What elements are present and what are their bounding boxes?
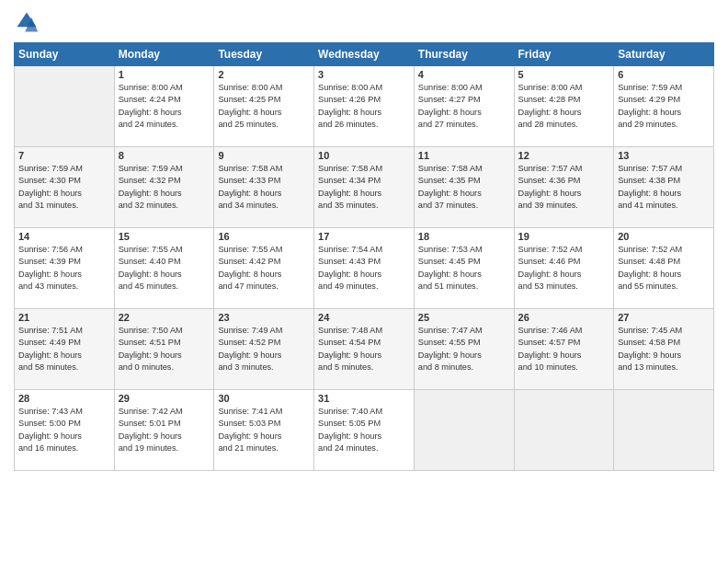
calendar-cell: 5Sunrise: 8:00 AMSunset: 4:28 PMDaylight… bbox=[514, 66, 614, 147]
day-number: 14 bbox=[18, 231, 110, 242]
calendar-week-row: 7Sunrise: 7:59 AMSunset: 4:30 PMDaylight… bbox=[15, 147, 714, 228]
header bbox=[14, 9, 714, 35]
calendar-cell: 3Sunrise: 8:00 AMSunset: 4:26 PMDaylight… bbox=[314, 66, 415, 147]
calendar-cell: 9Sunrise: 7:58 AMSunset: 4:33 PMDaylight… bbox=[214, 147, 314, 228]
weekday-header: Wednesday bbox=[314, 43, 415, 66]
cell-content: Sunrise: 7:58 AMSunset: 4:34 PMDaylight:… bbox=[318, 163, 410, 212]
cell-content: Sunrise: 7:51 AMSunset: 4:49 PMDaylight:… bbox=[18, 325, 110, 373]
calendar-cell: 25Sunrise: 7:47 AMSunset: 4:55 PMDayligh… bbox=[414, 309, 514, 390]
day-number: 8 bbox=[119, 150, 210, 161]
day-number: 11 bbox=[418, 150, 510, 161]
day-number: 22 bbox=[119, 312, 210, 323]
weekday-header: Friday bbox=[514, 43, 614, 66]
cell-content: Sunrise: 7:47 AMSunset: 4:55 PMDaylight:… bbox=[418, 325, 510, 373]
day-number: 28 bbox=[18, 393, 110, 404]
weekday-header-row: SundayMondayTuesdayWednesdayThursdayFrid… bbox=[15, 43, 714, 66]
calendar-cell bbox=[614, 390, 714, 471]
logo-icon bbox=[14, 9, 40, 35]
calendar-cell: 27Sunrise: 7:45 AMSunset: 4:58 PMDayligh… bbox=[614, 309, 714, 390]
calendar-cell: 10Sunrise: 7:58 AMSunset: 4:34 PMDayligh… bbox=[314, 147, 415, 228]
day-number: 6 bbox=[618, 69, 710, 80]
cell-content: Sunrise: 8:00 AMSunset: 4:24 PMDaylight:… bbox=[119, 82, 210, 131]
cell-content: Sunrise: 7:42 AMSunset: 5:01 PMDaylight:… bbox=[119, 406, 210, 454]
cell-content: Sunrise: 7:59 AMSunset: 4:32 PMDaylight:… bbox=[119, 163, 210, 212]
calendar-cell: 30Sunrise: 7:41 AMSunset: 5:03 PMDayligh… bbox=[214, 390, 314, 471]
calendar-cell: 4Sunrise: 8:00 AMSunset: 4:27 PMDaylight… bbox=[414, 66, 514, 147]
day-number: 4 bbox=[418, 69, 510, 80]
calendar-cell: 21Sunrise: 7:51 AMSunset: 4:49 PMDayligh… bbox=[15, 309, 115, 390]
calendar-cell: 18Sunrise: 7:53 AMSunset: 4:45 PMDayligh… bbox=[414, 228, 514, 309]
calendar-cell: 20Sunrise: 7:52 AMSunset: 4:48 PMDayligh… bbox=[614, 228, 714, 309]
cell-content: Sunrise: 7:58 AMSunset: 4:35 PMDaylight:… bbox=[418, 163, 510, 212]
main-container: SundayMondayTuesdayWednesdayThursdayFrid… bbox=[0, 0, 728, 563]
weekday-header: Thursday bbox=[414, 43, 514, 66]
cell-content: Sunrise: 7:46 AMSunset: 4:57 PMDaylight:… bbox=[518, 325, 610, 373]
calendar-week-row: 14Sunrise: 7:56 AMSunset: 4:39 PMDayligh… bbox=[15, 228, 714, 309]
cell-content: Sunrise: 7:52 AMSunset: 4:48 PMDaylight:… bbox=[618, 244, 710, 293]
calendar-cell: 28Sunrise: 7:43 AMSunset: 5:00 PMDayligh… bbox=[15, 390, 115, 471]
calendar-cell: 26Sunrise: 7:46 AMSunset: 4:57 PMDayligh… bbox=[514, 309, 614, 390]
calendar-cell: 24Sunrise: 7:48 AMSunset: 4:54 PMDayligh… bbox=[314, 309, 415, 390]
calendar-week-row: 1Sunrise: 8:00 AMSunset: 4:24 PMDaylight… bbox=[15, 66, 714, 147]
calendar-cell: 13Sunrise: 7:57 AMSunset: 4:38 PMDayligh… bbox=[614, 147, 714, 228]
calendar-cell: 17Sunrise: 7:54 AMSunset: 4:43 PMDayligh… bbox=[314, 228, 415, 309]
weekday-header: Tuesday bbox=[214, 43, 314, 66]
cell-content: Sunrise: 7:45 AMSunset: 4:58 PMDaylight:… bbox=[618, 325, 710, 373]
calendar-cell bbox=[514, 390, 614, 471]
day-number: 18 bbox=[418, 231, 510, 242]
calendar-table: SundayMondayTuesdayWednesdayThursdayFrid… bbox=[14, 42, 714, 471]
weekday-header: Sunday bbox=[15, 43, 115, 66]
calendar-cell: 15Sunrise: 7:55 AMSunset: 4:40 PMDayligh… bbox=[114, 228, 214, 309]
day-number: 17 bbox=[318, 231, 410, 242]
cell-content: Sunrise: 7:41 AMSunset: 5:03 PMDaylight:… bbox=[218, 406, 310, 454]
calendar-cell: 14Sunrise: 7:56 AMSunset: 4:39 PMDayligh… bbox=[15, 228, 115, 309]
day-number: 10 bbox=[318, 150, 410, 161]
cell-content: Sunrise: 8:00 AMSunset: 4:26 PMDaylight:… bbox=[318, 82, 410, 131]
cell-content: Sunrise: 7:57 AMSunset: 4:36 PMDaylight:… bbox=[518, 163, 610, 212]
cell-content: Sunrise: 8:00 AMSunset: 4:25 PMDaylight:… bbox=[218, 82, 310, 131]
cell-content: Sunrise: 7:55 AMSunset: 4:40 PMDaylight:… bbox=[119, 244, 210, 293]
cell-content: Sunrise: 7:55 AMSunset: 4:42 PMDaylight:… bbox=[218, 244, 310, 293]
cell-content: Sunrise: 7:50 AMSunset: 4:51 PMDaylight:… bbox=[119, 325, 210, 373]
cell-content: Sunrise: 7:57 AMSunset: 4:38 PMDaylight:… bbox=[618, 163, 710, 212]
cell-content: Sunrise: 7:49 AMSunset: 4:52 PMDaylight:… bbox=[218, 325, 310, 373]
day-number: 5 bbox=[518, 69, 610, 80]
calendar-cell: 6Sunrise: 7:59 AMSunset: 4:29 PMDaylight… bbox=[614, 66, 714, 147]
calendar-cell: 2Sunrise: 8:00 AMSunset: 4:25 PMDaylight… bbox=[214, 66, 314, 147]
day-number: 2 bbox=[218, 69, 310, 80]
cell-content: Sunrise: 7:58 AMSunset: 4:33 PMDaylight:… bbox=[218, 163, 310, 212]
calendar-cell: 12Sunrise: 7:57 AMSunset: 4:36 PMDayligh… bbox=[514, 147, 614, 228]
day-number: 13 bbox=[618, 150, 710, 161]
calendar-week-row: 21Sunrise: 7:51 AMSunset: 4:49 PMDayligh… bbox=[15, 309, 714, 390]
calendar-cell: 22Sunrise: 7:50 AMSunset: 4:51 PMDayligh… bbox=[114, 309, 214, 390]
cell-content: Sunrise: 7:48 AMSunset: 4:54 PMDaylight:… bbox=[318, 325, 410, 373]
calendar-cell: 31Sunrise: 7:40 AMSunset: 5:05 PMDayligh… bbox=[314, 390, 415, 471]
cell-content: Sunrise: 7:43 AMSunset: 5:00 PMDaylight:… bbox=[18, 406, 110, 454]
day-number: 27 bbox=[618, 312, 710, 323]
day-number: 9 bbox=[218, 150, 310, 161]
calendar-cell bbox=[15, 66, 115, 147]
day-number: 16 bbox=[218, 231, 310, 242]
logo bbox=[14, 9, 43, 35]
calendar-cell: 29Sunrise: 7:42 AMSunset: 5:01 PMDayligh… bbox=[114, 390, 214, 471]
day-number: 30 bbox=[218, 393, 310, 404]
day-number: 24 bbox=[318, 312, 410, 323]
day-number: 29 bbox=[119, 393, 210, 404]
day-number: 20 bbox=[618, 231, 710, 242]
day-number: 23 bbox=[218, 312, 310, 323]
cell-content: Sunrise: 8:00 AMSunset: 4:27 PMDaylight:… bbox=[418, 82, 510, 131]
calendar-cell: 8Sunrise: 7:59 AMSunset: 4:32 PMDaylight… bbox=[114, 147, 214, 228]
weekday-header: Saturday bbox=[614, 43, 714, 66]
day-number: 15 bbox=[119, 231, 210, 242]
day-number: 19 bbox=[518, 231, 610, 242]
day-number: 25 bbox=[418, 312, 510, 323]
calendar-cell: 23Sunrise: 7:49 AMSunset: 4:52 PMDayligh… bbox=[214, 309, 314, 390]
calendar-week-row: 28Sunrise: 7:43 AMSunset: 5:00 PMDayligh… bbox=[15, 390, 714, 471]
day-number: 12 bbox=[518, 150, 610, 161]
calendar-cell: 7Sunrise: 7:59 AMSunset: 4:30 PMDaylight… bbox=[15, 147, 115, 228]
cell-content: Sunrise: 7:40 AMSunset: 5:05 PMDaylight:… bbox=[318, 406, 410, 454]
cell-content: Sunrise: 8:00 AMSunset: 4:28 PMDaylight:… bbox=[518, 82, 610, 131]
calendar-cell bbox=[414, 390, 514, 471]
calendar-cell: 1Sunrise: 8:00 AMSunset: 4:24 PMDaylight… bbox=[114, 66, 214, 147]
calendar-cell: 19Sunrise: 7:52 AMSunset: 4:46 PMDayligh… bbox=[514, 228, 614, 309]
